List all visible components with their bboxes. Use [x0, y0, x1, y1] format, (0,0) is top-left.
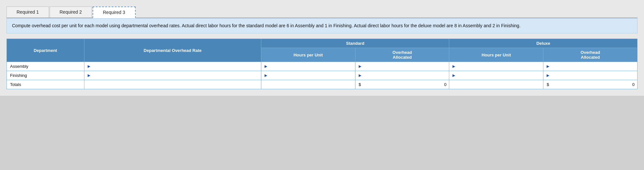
tabs-row: Required 1 Required 2 Required 3: [6, 3, 638, 18]
finishing-dlx-hpu-arrow: ▶: [452, 73, 455, 78]
finishing-std-oa-cell[interactable]: ▶: [355, 71, 449, 80]
col-header-deluxe: Deluxe: [449, 39, 638, 48]
totals-dlx-value: 0: [632, 82, 635, 87]
col-header-rate: Departmental Overhead Rate: [84, 39, 261, 62]
info-box: Compute overhead cost per unit for each …: [6, 18, 638, 33]
finishing-std-oa-arrow: ▶: [359, 73, 361, 78]
totals-label: Totals: [7, 80, 84, 89]
table-row-totals: Totals $ 0 $ 0: [7, 80, 638, 89]
col-header-department: Department: [7, 39, 84, 62]
assembly-rate-arrow: ▶: [88, 64, 90, 68]
totals-dlx-hpu-cell: [449, 80, 543, 89]
totals-std-oa-cell: $ 0: [355, 80, 449, 89]
assembly-rate-cell[interactable]: ▶: [84, 62, 261, 71]
assembly-dlx-oa-arrow: ▶: [547, 64, 549, 68]
table-row-assembly: Assembly ▶ ▶ ▶: [7, 62, 638, 71]
tab-required-3[interactable]: Required 3: [93, 6, 136, 18]
assembly-dlx-hpu-arrow: ▶: [452, 64, 455, 68]
col-header-dlx-hpu: Hours per Unit: [449, 48, 543, 62]
finishing-rate-cell[interactable]: ▶: [84, 71, 261, 80]
overhead-table: Department Departmental Overhead Rate St…: [6, 39, 638, 89]
totals-std-value: 0: [444, 82, 446, 87]
col-header-std-hpu: Hours per Unit: [261, 48, 355, 62]
assembly-dept-label: Assembly: [7, 62, 84, 71]
tab-required-2[interactable]: Required 2: [50, 6, 92, 18]
assembly-std-hpu-arrow: ▶: [265, 64, 267, 68]
totals-dlx-oa-cell: $ 0: [543, 80, 638, 89]
finishing-dept-label: Finishing: [7, 71, 84, 80]
assembly-std-oa-cell[interactable]: ▶: [355, 62, 449, 71]
table-row-finishing: Finishing ▶ ▶ ▶: [7, 71, 638, 80]
totals-dlx-dollar: $: [547, 82, 549, 87]
totals-rate-cell: [84, 80, 261, 89]
finishing-std-hpu-arrow: ▶: [265, 73, 267, 78]
assembly-dlx-oa-cell[interactable]: ▶: [543, 62, 638, 71]
assembly-std-oa-arrow: ▶: [359, 64, 361, 68]
main-table-container: Department Departmental Overhead Rate St…: [6, 39, 638, 89]
finishing-rate-arrow: ▶: [88, 73, 90, 78]
assembly-dlx-hpu-cell[interactable]: ▶: [449, 62, 543, 71]
finishing-dlx-hpu-cell[interactable]: ▶: [449, 71, 543, 80]
tab-required-1[interactable]: Required 1: [6, 6, 49, 18]
col-header-standard: Standard: [261, 39, 449, 48]
finishing-dlx-oa-cell[interactable]: ▶: [543, 71, 638, 80]
assembly-std-hpu-cell[interactable]: ▶: [261, 62, 355, 71]
totals-std-dollar: $: [359, 82, 361, 87]
totals-std-hpu-cell: [261, 80, 355, 89]
table-header-row-top: Department Departmental Overhead Rate St…: [7, 39, 638, 48]
col-header-std-oa: OverheadAllocated: [355, 48, 449, 62]
finishing-dlx-oa-arrow: ▶: [547, 73, 549, 78]
col-header-dlx-oa: OverheadAllocated: [543, 48, 638, 62]
finishing-std-hpu-cell[interactable]: ▶: [261, 71, 355, 80]
